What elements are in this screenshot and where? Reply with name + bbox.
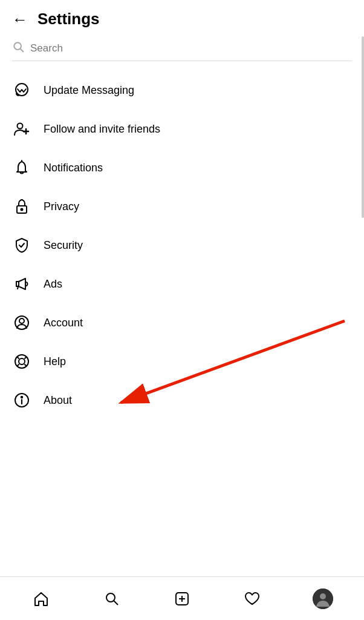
follow-invite-label: Follow and invite friends: [44, 123, 160, 136]
svg-point-19: [21, 397, 22, 398]
messenger-icon: [13, 82, 36, 99]
menu-item-about[interactable]: About: [0, 381, 364, 420]
menu-item-security[interactable]: Security: [0, 226, 364, 265]
nav-new-post[interactable]: [147, 577, 217, 620]
lock-icon: [13, 198, 36, 215]
svg-line-1: [21, 49, 24, 52]
settings-menu: Update Messaging Follow and invite frien…: [0, 71, 364, 468]
header: ← Settings: [0, 0, 364, 36]
nav-activity[interactable]: [217, 577, 287, 620]
bell-icon: [13, 159, 36, 176]
nav-profile[interactable]: [288, 577, 358, 620]
help-label: Help: [44, 355, 66, 368]
search-input[interactable]: [30, 42, 352, 54]
nav-home[interactable]: [6, 577, 76, 620]
security-label: Security: [44, 239, 83, 252]
svg-point-3: [18, 124, 23, 129]
ads-label: Ads: [44, 278, 62, 291]
search-bar: [12, 41, 352, 61]
menu-item-account[interactable]: Account: [0, 303, 364, 342]
svg-line-16: [17, 364, 19, 367]
add-person-icon: [13, 120, 36, 137]
menu-item-follow-invite[interactable]: Follow and invite friends: [0, 110, 364, 148]
heart-icon: [244, 590, 261, 607]
notifications-label: Notifications: [44, 162, 103, 174]
svg-line-15: [25, 364, 27, 367]
svg-point-28: [320, 593, 326, 599]
search-nav-icon: [103, 590, 120, 607]
menu-item-update-messaging[interactable]: Update Messaging: [0, 71, 364, 110]
person-circle-icon: [13, 314, 36, 331]
svg-line-23: [114, 601, 118, 605]
update-messaging-label: Update Messaging: [44, 84, 134, 97]
new-post-icon: [174, 590, 190, 607]
megaphone-icon: [13, 275, 36, 292]
home-icon: [33, 590, 50, 607]
scrollbar[interactable]: [362, 36, 364, 218]
svg-point-12: [19, 358, 25, 364]
menu-item-privacy[interactable]: Privacy: [0, 187, 364, 226]
avatar: [313, 589, 333, 609]
menu-item-notifications[interactable]: Notifications: [0, 148, 364, 187]
page-title: Settings: [37, 10, 100, 28]
nav-search[interactable]: [76, 577, 146, 620]
bottom-navigation: [0, 576, 364, 620]
info-circle-icon: [13, 392, 36, 409]
shield-check-icon: [13, 237, 36, 254]
svg-line-14: [25, 357, 27, 359]
svg-line-13: [17, 357, 19, 359]
menu-item-ads[interactable]: Ads: [0, 265, 364, 303]
back-button[interactable]: ←: [12, 12, 28, 27]
svg-point-22: [106, 593, 115, 602]
account-label: Account: [44, 317, 83, 329]
about-label: About: [44, 394, 72, 407]
privacy-label: Privacy: [44, 200, 79, 213]
svg-point-10: [19, 318, 24, 323]
search-icon: [12, 41, 24, 56]
lifebuoy-icon: [13, 353, 36, 370]
svg-point-8: [21, 209, 23, 211]
menu-item-help[interactable]: Help: [0, 342, 364, 381]
